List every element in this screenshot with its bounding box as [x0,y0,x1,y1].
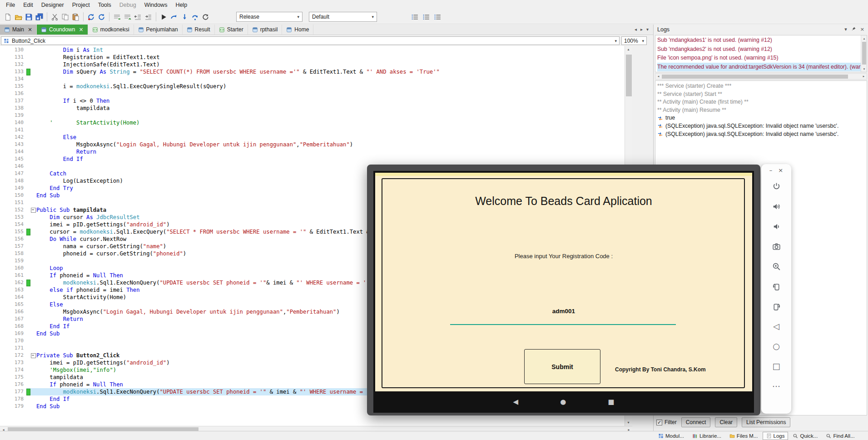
emulator-more-button[interactable]: ⋯ [766,376,786,396]
line-number[interactable]: 145 [0,155,26,163]
compiler-warning[interactable]: File 'icon sempoa.png' is not used. (war… [657,54,865,63]
line-number[interactable]: 153 [0,214,26,221]
window-position-icon[interactable]: ▾ [844,26,847,32]
profile-select[interactable]: Default ▾ [309,12,377,22]
filter-toggle[interactable]: ✓ Filter [656,419,677,425]
line-number[interactable]: 133 [0,68,26,75]
emulator-power-button[interactable] [766,176,786,196]
step-over-button[interactable] [190,12,200,22]
line-number[interactable]: 131 [0,54,26,61]
code-line-139[interactable]: 139 [0,112,625,119]
run-button[interactable] [159,12,169,22]
scrollbar-thumb[interactable] [626,55,632,96]
line-number[interactable]: 142 [0,134,26,141]
emulator-screen[interactable]: Welcome To Beads Card Aplication Please … [375,173,752,391]
line-number[interactable]: 132 [0,61,26,68]
line-number[interactable]: 159 [0,257,26,265]
zoom-select[interactable]: 100% ▾ [621,36,647,45]
scroll-down-icon[interactable]: ▾ [625,419,632,426]
tab-penjumlahan[interactable]: Penjumlahan [134,25,183,35]
line-number[interactable]: 167 [0,315,26,323]
code-line-133[interactable]: 133 Dim sQuery As String = "SELECT COUNT… [0,68,625,75]
pin-icon[interactable] [851,26,856,33]
menu-edit[interactable]: Edit [19,0,37,10]
menu-help[interactable]: Help [171,0,191,10]
line-number[interactable]: 175 [0,374,26,381]
clear-button[interactable]: Clear [715,417,737,427]
line-number[interactable]: 136 [0,90,26,97]
filter-checkbox[interactable]: ✓ [656,420,662,425]
line-number[interactable]: 162 [0,279,26,286]
panel-tab-find-all[interactable]: Find All... [822,432,858,440]
compiler-warning[interactable]: Sub 'rndangkades2' is not used. (warning… [657,45,865,54]
emulator-rotate-left-button[interactable] [766,276,786,296]
menu-windows[interactable]: Windows [140,0,172,10]
line-number[interactable]: 166 [0,308,26,315]
panel-tab-logs[interactable]: Logs [763,432,789,440]
code-line-140[interactable]: 140 ' StartActivity(Home) [0,119,625,126]
tab-close-icon[interactable]: × [79,27,83,32]
input-underline[interactable] [450,324,676,325]
clean-button[interactable] [96,12,107,22]
line-number[interactable]: 178 [0,395,26,403]
line-number[interactable]: 137 [0,97,26,105]
scrollbar-thumb[interactable] [862,42,866,65]
scroll-tabs-left-icon[interactable]: ◂ [635,27,637,32]
resume-button[interactable] [169,12,179,22]
line-number[interactable]: 147 [0,170,26,177]
emulator-home-button[interactable]: ○ [766,336,786,356]
tab-home[interactable]: Home [282,25,313,35]
emulator-overview-button[interactable]: □ [766,356,786,376]
line-number[interactable]: 168 [0,323,26,330]
android-back-button[interactable]: ◀ [513,399,519,405]
panel-tab-files-m[interactable]: Files M... [726,432,762,440]
scrollbar-thumb[interactable] [662,75,848,79]
menu-file[interactable]: File [2,0,19,10]
code-line-136[interactable]: 136 [0,90,625,97]
scroll-left-icon[interactable]: ◂ [655,74,661,79]
line-number[interactable]: 176 [0,381,26,388]
line-number[interactable]: 155 [0,228,26,235]
window-list-button[interactable] [410,12,420,22]
code-line-131[interactable]: 131 Registration = EditText1.text [0,54,625,61]
line-number[interactable]: 152 [0,206,26,214]
line-number[interactable]: 139 [0,112,26,119]
line-number[interactable]: 165 [0,301,26,308]
emulator-volume-up-button[interactable] [766,196,786,216]
save-all-button[interactable] [34,12,45,22]
tab-result[interactable]: Result [183,25,215,35]
android-home-button[interactable]: ● [560,399,566,405]
line-number[interactable]: 140 [0,119,26,126]
log-entry[interactable]: ** Service (starter) Start ** [657,90,865,99]
emulator-volume-down-button[interactable] [766,216,786,236]
scroll-up-icon[interactable]: ▴ [861,35,867,41]
paste-button[interactable] [70,12,81,22]
line-number[interactable]: 163 [0,286,26,294]
scroll-right-icon[interactable]: ▸ [861,74,867,79]
panel-tab-librarie[interactable]: Librarie... [689,432,725,440]
line-number[interactable]: 144 [0,148,26,155]
line-number[interactable]: 135 [0,83,26,90]
new-file-button[interactable] [3,12,13,22]
log-entry[interactable]: true [657,114,865,122]
uncomment-button[interactable] [122,12,133,22]
emulator-back-button[interactable]: ◁ [766,316,786,336]
code-line-130[interactable]: 130 Dim i As Int [0,46,625,54]
warnings-horizontal-scrollbar[interactable]: ◂ ▸ [655,73,867,80]
log-entry[interactable]: ** Activity (main) Resume ** [657,106,865,115]
tab-main[interactable]: Main× [0,25,37,35]
compiler-warning[interactable]: Sub 'rndangkades1' is not used. (warning… [657,36,865,45]
line-number[interactable]: 134 [0,75,26,83]
restart-button[interactable] [200,12,211,22]
code-line-134[interactable]: 134 [0,75,625,83]
save-button[interactable] [24,12,34,22]
code-line-141[interactable]: 141 [0,126,625,134]
warnings-scrollbar[interactable]: ▴ ▾ [861,35,867,72]
line-number[interactable]: 143 [0,141,26,148]
scroll-up-icon[interactable]: ▴ [625,46,632,53]
connect-button[interactable]: Connect [681,417,711,427]
rebuild-button[interactable] [86,12,96,22]
line-number[interactable]: 149 [0,185,26,192]
emulator-zoom-in-button[interactable] [766,256,786,276]
indent-button[interactable] [143,12,154,22]
